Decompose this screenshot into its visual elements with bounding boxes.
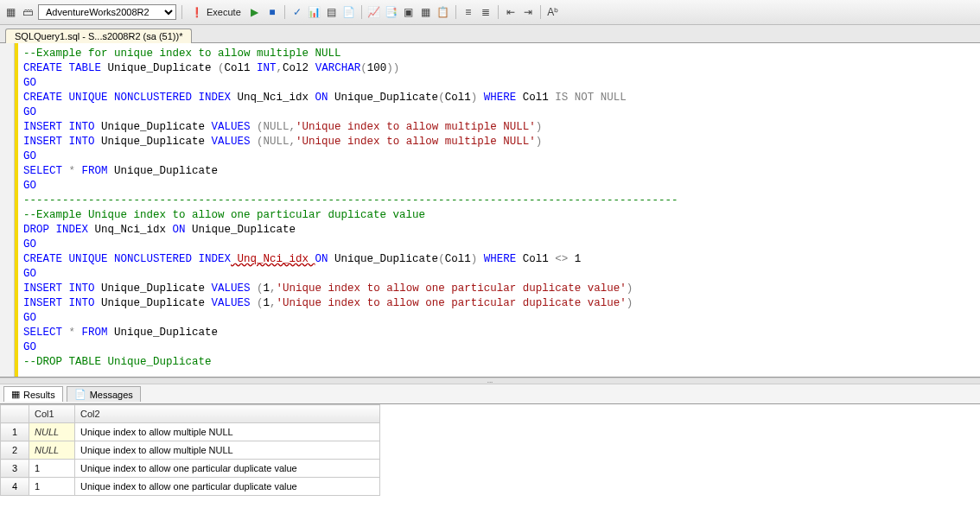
- row-number[interactable]: 3: [1, 460, 29, 478]
- tab-results-label: Results: [23, 390, 55, 400]
- table-row[interactable]: 31Unique index to allow one particular d…: [1, 460, 380, 478]
- cell-col2[interactable]: Unique index to allow multiple NULL: [75, 423, 380, 441]
- col-col2[interactable]: Col2: [75, 405, 380, 423]
- increase-indent-icon[interactable]: ⇥: [521, 5, 535, 19]
- query-options-icon[interactable]: ▤: [325, 5, 339, 19]
- specify-values-icon[interactable]: Aᵇ: [546, 5, 560, 19]
- table-row[interactable]: 1NULLUnique index to allow multiple NULL: [1, 423, 380, 441]
- estimated-plan-icon[interactable]: 📊: [308, 5, 321, 19]
- db-icon: 🗃: [21, 5, 35, 19]
- cell-col2[interactable]: Unique index to allow one particular dup…: [75, 478, 380, 496]
- cell-col2[interactable]: Unique index to allow one particular dup…: [75, 460, 380, 478]
- document-tab-strip: SQLQuery1.sql - S...s2008R2 (sa (51))*: [0, 25, 980, 43]
- tab-results[interactable]: ▦ Results: [3, 386, 63, 402]
- uncomment-icon[interactable]: ≣: [479, 5, 493, 19]
- cell-col1[interactable]: NULL: [29, 441, 75, 460]
- separator: [455, 5, 456, 19]
- document-tab-label: SQLQuery1.sql - S...s2008R2 (sa (51))*: [15, 31, 182, 41]
- parse-icon[interactable]: ✓: [290, 5, 304, 19]
- main-toolbar: ▦ 🗃 AdventureWorks2008R2 ❗ Execute ▶ ■ ✓…: [0, 0, 980, 25]
- editor-gutter: [0, 43, 15, 377]
- document-tab[interactable]: SQLQuery1.sql - S...s2008R2 (sa (51))*: [5, 29, 192, 43]
- execute-icon: ❗: [191, 7, 203, 18]
- row-number[interactable]: 2: [1, 441, 29, 460]
- results-grid[interactable]: Col1 Col2 1NULLUnique index to allow mul…: [0, 404, 380, 496]
- sql-editor[interactable]: --Example for unique index to allow mult…: [0, 43, 980, 378]
- cell-col1[interactable]: 1: [29, 460, 75, 478]
- col-rownum[interactable]: [1, 405, 29, 423]
- grid-icon: ▦: [11, 389, 20, 400]
- results-tab-strip: ▦ Results 📄 Messages: [0, 384, 980, 404]
- results-file-icon[interactable]: 📋: [436, 5, 450, 19]
- separator: [181, 5, 182, 19]
- execute-label: Execute: [207, 7, 241, 17]
- tab-messages-label: Messages: [90, 390, 133, 400]
- results-text-icon[interactable]: ▣: [402, 5, 416, 19]
- cell-col1[interactable]: 1: [29, 478, 75, 496]
- client-stats-icon[interactable]: 📑: [385, 5, 398, 19]
- code-area[interactable]: --Example for unique index to allow mult…: [18, 43, 980, 377]
- stop-icon[interactable]: ■: [265, 5, 279, 19]
- row-number[interactable]: 4: [1, 478, 29, 496]
- cell-col2[interactable]: Unique index to allow multiple NULL: [75, 441, 380, 460]
- database-combo[interactable]: AdventureWorks2008R2: [38, 4, 176, 20]
- execute-button[interactable]: ❗ Execute: [188, 7, 245, 18]
- decrease-indent-icon[interactable]: ⇤: [504, 5, 518, 19]
- tab-messages[interactable]: 📄 Messages: [67, 386, 141, 402]
- results-grid-wrap: Col1 Col2 1NULLUnique index to allow mul…: [0, 404, 980, 499]
- separator: [498, 5, 499, 19]
- actual-plan-icon[interactable]: 📈: [367, 5, 381, 19]
- comment-icon[interactable]: ≡: [461, 5, 475, 19]
- table-row[interactable]: 2NULLUnique index to allow multiple NULL: [1, 441, 380, 460]
- intellisense-icon[interactable]: 📄: [342, 5, 356, 19]
- results-grid-icon[interactable]: ▦: [419, 5, 433, 19]
- debug-icon[interactable]: ▶: [248, 5, 262, 19]
- change-connection-icon[interactable]: ▦: [3, 5, 17, 19]
- splitter[interactable]: ···: [0, 378, 980, 384]
- col-col1[interactable]: Col1: [29, 405, 75, 423]
- separator: [284, 5, 285, 19]
- table-row[interactable]: 41Unique index to allow one particular d…: [1, 478, 380, 496]
- separator: [540, 5, 541, 19]
- cell-col1[interactable]: NULL: [29, 423, 75, 441]
- messages-icon: 📄: [74, 389, 86, 400]
- row-number[interactable]: 1: [1, 423, 29, 441]
- separator: [361, 5, 362, 19]
